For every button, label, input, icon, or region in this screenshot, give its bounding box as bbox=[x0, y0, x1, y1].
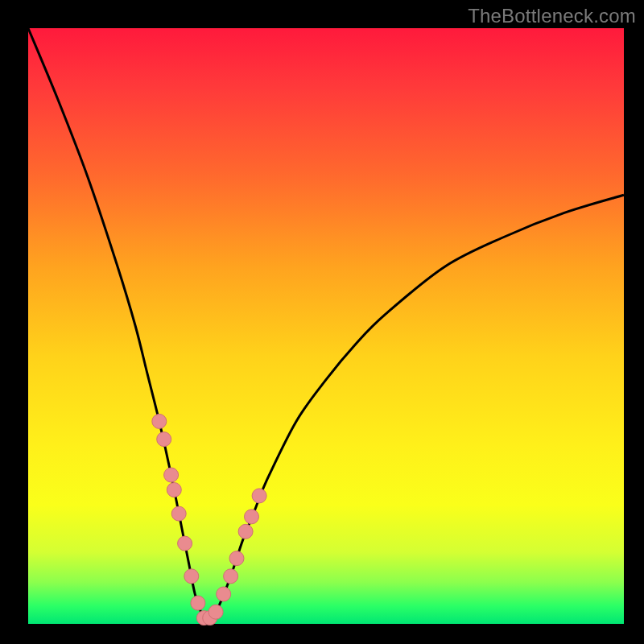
marker-point bbox=[238, 524, 253, 539]
marker-point bbox=[208, 605, 223, 619]
marker-point bbox=[245, 510, 259, 524]
chart-frame: TheBottleneck.com bbox=[0, 0, 644, 644]
marker-point bbox=[217, 587, 231, 601]
marker-point bbox=[224, 569, 238, 584]
marker-point bbox=[152, 414, 167, 428]
marker-point bbox=[184, 569, 199, 584]
marker-point bbox=[229, 551, 244, 566]
marker-point bbox=[171, 506, 186, 521]
bottleneck-curve bbox=[28, 28, 624, 624]
marker-point bbox=[252, 489, 266, 503]
bottleneck-curve-svg bbox=[28, 28, 624, 624]
marker-group bbox=[152, 414, 266, 625]
watermark-text: TheBottleneck.com bbox=[468, 5, 636, 27]
marker-point bbox=[157, 432, 171, 447]
marker-point bbox=[191, 596, 205, 610]
plot-area bbox=[28, 28, 624, 624]
marker-point bbox=[178, 536, 192, 551]
marker-point bbox=[164, 468, 179, 482]
marker-point bbox=[167, 483, 181, 497]
